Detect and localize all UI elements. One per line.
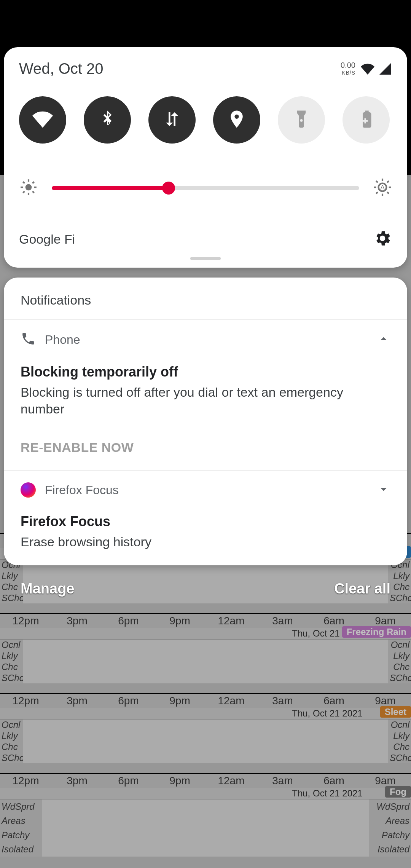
time-label: 12am [206, 774, 257, 788]
weather-row-label: WdSprd [369, 802, 411, 811]
clear-all-button[interactable]: Clear all [334, 581, 390, 597]
weather-row-label: Chc [388, 742, 411, 752]
quick-settings-tiles [19, 96, 392, 144]
wifi-icon [32, 109, 53, 131]
quick-settings-panel: Wed, Oct 20 0.00 KB/S [4, 47, 407, 268]
notification-title: Blocking temporarily off [21, 364, 390, 380]
svg-line-15 [376, 181, 378, 182]
notification-body: Erase browsing history [21, 533, 390, 550]
weather-row-label: Ocnl [0, 640, 23, 649]
cellular-status-icon [378, 62, 392, 76]
notification-shade: Wed, Oct 20 0.00 KB/S [4, 47, 407, 597]
svg-line-6 [32, 191, 34, 193]
carrier-label: Google Fi [19, 232, 373, 247]
data-icon [162, 109, 182, 131]
time-label: 3am [257, 694, 308, 708]
shade-expand-handle[interactable] [190, 257, 221, 260]
firefox-focus-icon [21, 482, 36, 498]
weather-row-label: Lkly [388, 731, 411, 740]
time-label: 3pm [51, 774, 103, 788]
svg-line-18 [376, 192, 378, 194]
weather-row-label: Chc [388, 662, 411, 672]
wifi-status-icon [361, 62, 374, 76]
weather-row-label: Patchy [369, 831, 411, 840]
time-label: 6pm [103, 774, 154, 788]
settings-button[interactable] [373, 229, 392, 249]
brightness-low-icon[interactable] [19, 178, 38, 198]
time-label: 12pm [0, 694, 51, 708]
manage-notifications-button[interactable]: Manage [21, 581, 74, 597]
notification-firefox-focus[interactable]: Firefox Focus Firefox Focus Erase browsi… [4, 471, 407, 565]
location-icon [226, 109, 247, 131]
time-label: 12am [206, 614, 257, 628]
brightness-slider[interactable] [52, 186, 359, 190]
weather-row-label: Areas [0, 816, 42, 825]
weather-row-label: Ocnl [388, 720, 411, 729]
weather-row-label: Ocnl [388, 640, 411, 649]
time-label: 6am [308, 694, 360, 708]
battery-saver-icon [356, 109, 376, 131]
brightness-auto-icon[interactable]: A [373, 178, 392, 198]
network-rate-value: 0.00 [341, 61, 355, 69]
time-label: 9am [360, 774, 411, 788]
time-label: 6pm [103, 694, 154, 708]
weather-row-label: WdSprd [0, 802, 42, 811]
qs-tile-wifi[interactable] [19, 96, 66, 144]
weather-panel: 12pm3pm6pm9pm12am3am6am9amThu, Oct 21 20… [0, 613, 411, 683]
notification-phone[interactable]: Phone Blocking temporarily off Blocking … [4, 320, 407, 470]
weather-row-label: Chc [0, 742, 23, 752]
time-label: 3am [257, 774, 308, 788]
svg-line-7 [32, 182, 34, 183]
qs-tile-flashlight[interactable] [278, 96, 325, 144]
svg-line-8 [23, 191, 24, 193]
time-label: 3pm [51, 694, 103, 708]
weather-row-label: Chc [0, 662, 23, 672]
time-label: 6am [308, 614, 360, 628]
weather-row-label: SChc [388, 673, 411, 683]
time-label: 12pm [0, 774, 51, 788]
weather-type-badge: Freezing Rain [342, 626, 411, 638]
network-rate-unit: KB/S [342, 70, 355, 76]
notification-action-reenable[interactable]: RE-ENABLE NOW [21, 440, 390, 455]
notification-app-name: Phone [45, 333, 368, 347]
time-label: 9pm [154, 694, 206, 708]
weather-date-label: Thu, Oct 21 2021 [0, 788, 411, 799]
weather-row-label: Ocnl [0, 720, 23, 729]
status-icons [361, 62, 392, 76]
weather-type-badge: Sleet [380, 706, 411, 718]
time-label: 6pm [103, 614, 154, 628]
time-label: 9pm [154, 614, 206, 628]
weather-panel: 12pm3pm6pm9pm12am3am6am9amThu, Oct 21 20… [0, 693, 411, 763]
flashlight-icon [291, 109, 312, 131]
weather-row-label: Patchy [0, 831, 42, 840]
qs-tile-battery-saver[interactable] [342, 96, 390, 144]
time-label: 9pm [154, 774, 206, 788]
time-label: 3pm [51, 614, 103, 628]
expand-icon[interactable] [377, 482, 390, 498]
time-label: 12am [206, 694, 257, 708]
weather-row-label: Lkly [388, 651, 411, 661]
notification-body: Blocking is turned off after you dial or… [21, 384, 390, 417]
svg-line-16 [387, 192, 389, 194]
notifications-section-title: Notifications [4, 278, 407, 319]
time-label: 6am [308, 774, 360, 788]
weather-type-badge: Fog [385, 786, 411, 798]
brightness-slider-thumb[interactable] [162, 182, 175, 195]
qs-tile-bluetooth[interactable] [84, 96, 131, 144]
weather-row-label: Areas [369, 816, 411, 825]
time-label: 9am [360, 694, 411, 708]
qs-tile-location[interactable] [213, 96, 260, 144]
time-label: 3am [257, 614, 308, 628]
weather-panel: 12pm3pm6pm9pm12am3am6am9amThu, Oct 21 20… [0, 773, 411, 857]
notification-title: Firefox Focus [21, 514, 390, 530]
weather-row-label: SChc [388, 753, 411, 763]
notification-app-name: Firefox Focus [45, 483, 368, 497]
weather-row-label: Isolated [369, 845, 411, 854]
svg-text:A: A [380, 184, 385, 191]
collapse-icon[interactable] [377, 332, 390, 347]
weather-date-label: Thu, Oct 21 2021 [0, 708, 411, 720]
qs-tile-data[interactable] [148, 96, 196, 144]
svg-line-17 [387, 181, 389, 182]
status-date[interactable]: Wed, Oct 20 [19, 60, 341, 77]
svg-line-5 [23, 182, 24, 183]
